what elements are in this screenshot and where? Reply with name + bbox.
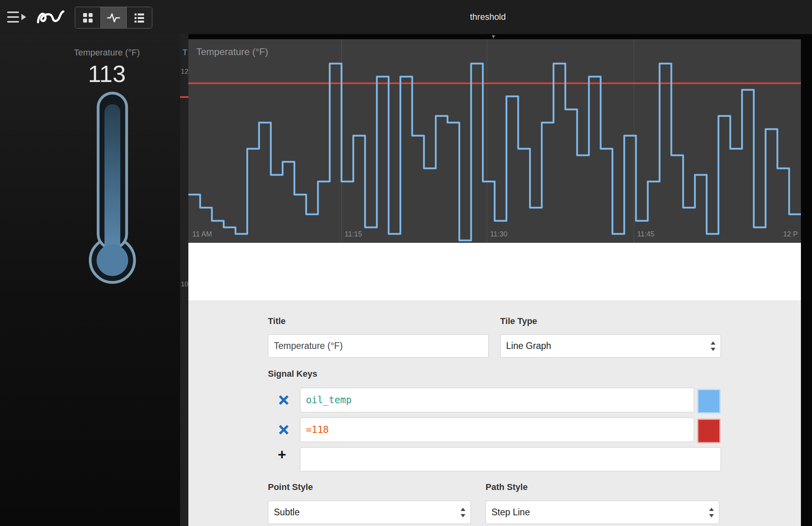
- clipped-axis-tick: 12: [181, 68, 188, 76]
- grid-icon: [82, 12, 94, 24]
- tile-settings-form: Title Tile Type Line Graph Signal Keys: [188, 300, 801, 526]
- path-style-label: Path Style: [486, 482, 527, 492]
- remove-key-button[interactable]: [279, 425, 289, 435]
- remove-key-button[interactable]: [279, 395, 289, 405]
- new-signal-key-input[interactable]: [300, 447, 721, 471]
- signal-key-color-swatch[interactable]: [697, 389, 721, 414]
- svg-text:11:15: 11:15: [345, 230, 362, 238]
- view-toggle-group: [75, 7, 152, 29]
- list-icon: [133, 12, 145, 24]
- point-style-value: Subtle: [274, 507, 300, 518]
- view-grid-button[interactable]: [75, 7, 101, 28]
- point-style-select[interactable]: Subtle: [268, 501, 471, 524]
- app-logo-icon[interactable]: [35, 6, 66, 28]
- title-label: Title: [268, 316, 286, 326]
- page-background: threshold ▼ Temperature (°F) 113 T 12 10: [0, 0, 812, 526]
- signal-keys-label: Signal Keys: [268, 369, 317, 379]
- waveform-icon: [107, 12, 120, 24]
- signal-key-input[interactable]: [300, 417, 694, 442]
- threshold-line-fragment: [180, 96, 188, 98]
- signal-key-color-swatch[interactable]: [697, 419, 721, 443]
- sidebar-menu-button[interactable]: [6, 9, 28, 25]
- view-waveform-button[interactable]: [101, 7, 126, 28]
- hamburger-icon: [6, 9, 28, 25]
- select-arrows-icon: [709, 507, 714, 518]
- path-style-value: Step Line: [491, 507, 530, 518]
- tile-type-value: Line Graph: [506, 341, 551, 351]
- tile-type-select[interactable]: Line Graph: [500, 334, 721, 358]
- tile-editor-panel: Temperature (°F) 11 AM11:1511:3011:4512 …: [188, 39, 801, 526]
- editor-toolbar: [188, 243, 801, 300]
- path-style-select[interactable]: Step Line: [486, 501, 719, 524]
- signal-key-input[interactable]: [300, 388, 694, 412]
- background-tile-edge: T 12 10: [180, 34, 188, 526]
- point-style-label: Point Style: [268, 482, 313, 492]
- title-input[interactable]: [268, 334, 489, 358]
- svg-text:11:45: 11:45: [637, 230, 655, 238]
- tile-type-label: Tile Type: [500, 316, 537, 326]
- caret-down-icon[interactable]: ▼: [491, 34, 496, 39]
- line-chart: 11 AM11:1511:3011:4512 P: [188, 39, 801, 243]
- top-bar: threshold: [0, 0, 812, 34]
- svg-text:11:30: 11:30: [490, 230, 508, 238]
- chart-panel: Temperature (°F) 11 AM11:1511:3011:4512 …: [188, 39, 801, 243]
- view-list-button[interactable]: [126, 7, 152, 28]
- dashboard-title: threshold: [470, 0, 506, 34]
- add-key-button[interactable]: +: [278, 448, 286, 462]
- select-arrows-icon: [710, 341, 716, 352]
- thermometer-icon: [65, 89, 160, 287]
- clipped-tile-title: T: [182, 48, 188, 57]
- svg-text:12 P: 12 P: [783, 230, 798, 238]
- svg-text:11 AM: 11 AM: [192, 230, 212, 238]
- temperature-gauge-tile[interactable]: Temperature (°F) 113: [0, 34, 180, 526]
- clipped-axis-tick: 10: [181, 280, 188, 288]
- select-arrows-icon: [460, 507, 466, 518]
- chart-title: Temperature (°F): [196, 46, 268, 57]
